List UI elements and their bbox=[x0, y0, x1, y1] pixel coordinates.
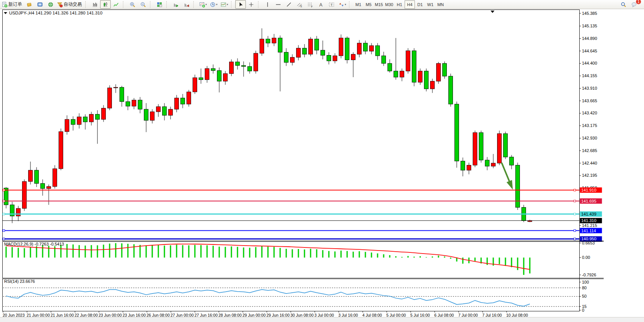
svg-text:T: T bbox=[331, 3, 333, 6]
toolbar-icon-groups: ▾▾▾EFAT▾ bbox=[84, 0, 348, 9]
arrows-icon bbox=[338, 2, 344, 8]
macd-bar bbox=[218, 247, 220, 258]
toolbar-separator bbox=[150, 1, 153, 8]
zoom-out-button[interactable] bbox=[138, 0, 148, 9]
text-label-button[interactable]: T bbox=[326, 0, 337, 9]
svg-text:141.310: 141.310 bbox=[581, 218, 596, 223]
macd-bar bbox=[365, 252, 366, 258]
line-chart-icon bbox=[113, 2, 119, 8]
candle-body bbox=[321, 50, 325, 55]
navigator-button[interactable] bbox=[45, 0, 56, 9]
line-anchor[interactable] bbox=[3, 238, 5, 240]
new-order-button[interactable]: 新订单 bbox=[1, 0, 24, 9]
line-anchor[interactable] bbox=[3, 230, 5, 232]
tile-windows-button[interactable] bbox=[154, 0, 165, 9]
line-anchor[interactable] bbox=[574, 238, 576, 240]
autotrade-button[interactable]: 自动交易 bbox=[56, 0, 84, 9]
line-anchor[interactable] bbox=[3, 200, 5, 202]
cursor-button[interactable] bbox=[235, 0, 246, 9]
timeframe-w1-button[interactable]: W1 bbox=[425, 0, 435, 9]
line-anchor[interactable] bbox=[574, 213, 576, 215]
timeframe-m1-button[interactable]: M1 bbox=[353, 0, 363, 9]
text-button[interactable]: A bbox=[316, 0, 326, 9]
tile-windows-icon bbox=[156, 2, 163, 8]
horizontal-line-button[interactable] bbox=[273, 0, 284, 9]
candle-body bbox=[491, 163, 496, 166]
candle-body bbox=[150, 112, 155, 121]
candle-body bbox=[430, 81, 435, 89]
candle-body bbox=[41, 184, 45, 189]
candle-body bbox=[132, 100, 136, 106]
text-label-icon: T bbox=[328, 2, 335, 8]
line-anchor[interactable] bbox=[574, 230, 576, 232]
macd-bar bbox=[145, 246, 147, 257]
line-anchor[interactable] bbox=[574, 200, 576, 202]
macd-bar bbox=[432, 257, 433, 258]
candle-body bbox=[47, 187, 51, 189]
candle-body bbox=[217, 71, 222, 81]
crosshair-icon bbox=[248, 2, 254, 8]
line-anchor[interactable] bbox=[3, 189, 5, 191]
chevron-down-icon: ▾ bbox=[206, 3, 207, 6]
time-label: 23 Jun 16:00 bbox=[123, 313, 146, 317]
macd-bar bbox=[121, 243, 122, 257]
candle-body bbox=[108, 88, 112, 108]
toolbar-right-cluster: 1 bbox=[618, 0, 639, 9]
notifications-button[interactable]: 1 bbox=[629, 0, 639, 9]
chart-window[interactable]: 145.385145.135144.890144.645144.400144.1… bbox=[0, 9, 644, 322]
macd-bar bbox=[334, 251, 335, 257]
auto-scroll-button[interactable] bbox=[171, 0, 181, 9]
fibonacci-button[interactable]: F bbox=[305, 0, 316, 9]
price-tick-label: 143.910 bbox=[582, 86, 597, 90]
candle-body bbox=[461, 161, 465, 170]
macd-bar bbox=[304, 249, 305, 257]
time-label: 20 Jun 2023 bbox=[3, 313, 25, 317]
line-anchor[interactable] bbox=[574, 189, 576, 191]
svg-text:141.439: 141.439 bbox=[581, 212, 596, 216]
new-chart-button[interactable]: ▾ bbox=[198, 0, 208, 9]
timeframe-m5-button[interactable]: M5 bbox=[363, 0, 374, 9]
line-chart-button[interactable] bbox=[111, 0, 121, 9]
macd-bar bbox=[66, 244, 67, 258]
templates-button[interactable]: ▾ bbox=[219, 0, 230, 9]
timeframe-m30-button[interactable]: M30 bbox=[384, 0, 394, 9]
arrows-button[interactable]: ▾ bbox=[337, 0, 348, 9]
candle-body bbox=[351, 54, 355, 60]
search-icon bbox=[620, 2, 626, 8]
periods-button[interactable]: ▾ bbox=[208, 0, 219, 9]
candle-body bbox=[83, 117, 88, 122]
timeframe-mn-button[interactable]: MN bbox=[435, 0, 446, 9]
bar-chart-button[interactable] bbox=[89, 0, 100, 9]
zoom-in-button[interactable] bbox=[127, 0, 138, 9]
candle-body bbox=[223, 74, 228, 81]
time-label: 4 Jul 08:00 bbox=[362, 313, 382, 317]
chart-shift-icon bbox=[183, 2, 190, 8]
search-button[interactable] bbox=[618, 0, 629, 9]
toolbar-separator bbox=[231, 1, 234, 8]
svg-text:E: E bbox=[301, 5, 303, 8]
vertical-line-button[interactable] bbox=[262, 0, 273, 9]
channel-button[interactable]: E bbox=[294, 0, 305, 9]
timeframe-h4-button[interactable]: H4 bbox=[405, 0, 415, 9]
zoom-in-icon bbox=[129, 2, 135, 8]
crosshair-button[interactable] bbox=[246, 0, 257, 9]
macd-bar bbox=[450, 258, 451, 259]
price-axis[interactable]: 145.385145.135144.890144.645144.400144.1… bbox=[579, 9, 644, 317]
time-label: 6 Jul 08:00 bbox=[434, 313, 454, 317]
time-label: 23 Jun 00:00 bbox=[99, 313, 122, 317]
market-watch-button[interactable] bbox=[35, 0, 45, 9]
chart-shift-button[interactable] bbox=[181, 0, 192, 9]
rsi-axis-label: 100 bbox=[582, 280, 589, 284]
main-panel[interactable] bbox=[3, 10, 580, 241]
timeframe-d1-button[interactable]: D1 bbox=[415, 0, 425, 9]
macd-bar bbox=[231, 246, 232, 257]
favorites-button[interactable] bbox=[24, 0, 35, 9]
timeframe-m15-button[interactable]: M15 bbox=[374, 0, 384, 9]
trendline-button[interactable] bbox=[284, 0, 294, 9]
toolbar-separator bbox=[258, 1, 261, 8]
line-anchor[interactable] bbox=[3, 213, 5, 215]
candle-body bbox=[193, 78, 197, 92]
candle-chart-button[interactable] bbox=[100, 0, 111, 9]
timeframe-h1-button[interactable]: H1 bbox=[394, 0, 405, 9]
candle-body bbox=[296, 48, 301, 57]
